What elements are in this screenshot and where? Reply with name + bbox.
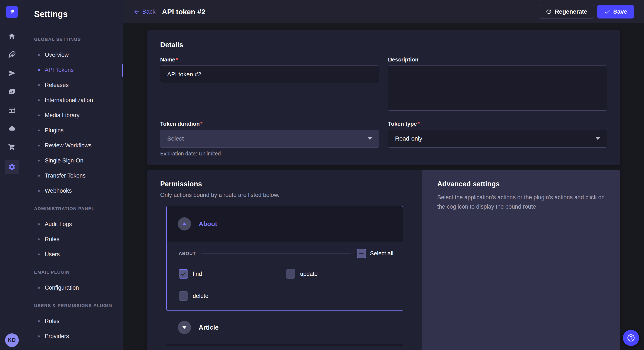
- accordion-about: About ABOUT Select all: [166, 206, 403, 311]
- email-plugin-list: Configuration: [24, 280, 123, 295]
- bullet-icon: [38, 253, 40, 255]
- sidebar-item-media-library[interactable]: Media Library: [24, 108, 123, 123]
- required-asterisk: *: [418, 121, 420, 127]
- group-divider: [202, 253, 352, 254]
- section-label-global-settings: GLOBAL SETTINGS: [24, 36, 123, 42]
- about-group-label: ABOUT: [179, 251, 196, 256]
- bullet-icon: [38, 69, 40, 71]
- bullet-icon: [38, 84, 40, 86]
- token-type-label: Token type*: [388, 121, 607, 127]
- strapi-logo-icon[interactable]: [6, 6, 18, 18]
- section-label-administration-panel: ADMINISTRATION PANEL: [24, 206, 123, 212]
- action-find: find: [179, 269, 286, 279]
- bullet-icon: [38, 145, 40, 147]
- update-label: update: [300, 271, 318, 277]
- about-group-row: ABOUT Select all: [179, 249, 393, 258]
- user-avatar[interactable]: KD: [5, 334, 19, 347]
- section-label-users-permissions-plugin: USERS & PERMISSIONS PLUGIN: [24, 303, 123, 309]
- details-form: Name* Description Token duration* Select: [160, 57, 607, 157]
- bullet-icon: [38, 238, 40, 240]
- sidebar-item-webhooks[interactable]: Webhooks: [24, 183, 123, 198]
- sidebar-item-releases[interactable]: Releases: [24, 78, 123, 93]
- settings-gear-icon[interactable]: [5, 160, 19, 174]
- media-library-icon[interactable]: [6, 86, 18, 98]
- sidebar-item-single-sign-on[interactable]: Single Sign-On: [24, 153, 123, 168]
- save-button[interactable]: Save: [597, 5, 634, 18]
- back-label: Back: [142, 8, 156, 15]
- layout-icon[interactable]: [6, 104, 18, 116]
- check-icon: [180, 271, 186, 277]
- sidebar-item-api-tokens[interactable]: API Tokens: [24, 62, 123, 78]
- advanced-settings-description: Select the application's actions or the …: [437, 193, 606, 211]
- description-textarea[interactable]: [388, 65, 607, 111]
- permissions-title: Permissions: [160, 180, 403, 188]
- global-settings-list: Overview API Tokens Releases Internation…: [24, 47, 123, 198]
- rail-footer: KD: [0, 330, 24, 350]
- sidebar-item-admin-roles[interactable]: Roles: [24, 232, 123, 247]
- expand-toggle-icon[interactable]: [178, 321, 191, 334]
- administration-panel-list: Audit Logs Roles Users: [24, 217, 123, 262]
- name-input[interactable]: [160, 65, 379, 83]
- select-all-checkbox[interactable]: [357, 249, 366, 258]
- bullet-icon: [38, 114, 40, 116]
- topbar-actions: Regenerate Save: [539, 5, 634, 18]
- regenerate-button[interactable]: Regenerate: [539, 5, 594, 18]
- check-icon: [604, 8, 610, 15]
- bullet-icon: [38, 190, 40, 192]
- permissions-advanced-card: Permissions Only actions bound by a rout…: [147, 170, 620, 350]
- main-area: Back API token #2 Regenerate Save Detail…: [123, 0, 644, 350]
- bullet-icon: [38, 54, 40, 56]
- indeterminate-dash-icon: [359, 253, 364, 254]
- accordion-article-title: Article: [199, 324, 218, 331]
- required-asterisk: *: [176, 56, 178, 63]
- sidebar-item-email-configuration[interactable]: Configuration: [24, 280, 123, 295]
- home-icon[interactable]: [6, 30, 18, 42]
- token-duration-value: Select: [167, 135, 184, 142]
- token-type-value: Read-only: [395, 135, 422, 142]
- delete-checkbox[interactable]: [179, 291, 188, 301]
- permissions-subtitle: Only actions bound by a route are listed…: [160, 192, 403, 198]
- required-asterisk: *: [200, 121, 202, 127]
- content-manager-feather-icon[interactable]: [6, 49, 18, 61]
- token-duration-select[interactable]: Select: [160, 130, 379, 148]
- triangle-down-icon: [182, 326, 187, 329]
- settings-sidebar: Settings GLOBAL SETTINGS Overview API To…: [24, 0, 123, 350]
- sidebar-item-internationalization[interactable]: Internationalization: [24, 93, 123, 108]
- about-actions-grid: find update: [179, 269, 393, 301]
- rail-icon-list: [5, 24, 19, 174]
- advanced-settings-title: Advanced settings: [437, 180, 606, 188]
- paper-plane-icon[interactable]: [6, 67, 18, 79]
- help-button[interactable]: [623, 330, 639, 346]
- next-accordion-partial: [166, 344, 403, 346]
- find-checkbox[interactable]: [179, 269, 188, 279]
- accordion-about-header[interactable]: About: [167, 206, 403, 242]
- sidebar-item-transfer-tokens[interactable]: Transfer Tokens: [24, 168, 123, 183]
- token-type-select[interactable]: Read-only: [388, 130, 607, 148]
- details-title: Details: [160, 41, 607, 49]
- name-label: Name*: [160, 57, 379, 62]
- logo-cell: [0, 0, 24, 24]
- sidebar-item-overview[interactable]: Overview: [24, 47, 123, 62]
- sidebar-item-up-providers[interactable]: Providers: [24, 329, 123, 344]
- cloud-icon[interactable]: [6, 123, 18, 135]
- collapse-toggle-icon[interactable]: [178, 217, 191, 230]
- marketplace-cart-icon[interactable]: [6, 141, 18, 153]
- advanced-settings-panel: Advanced settings Select the application…: [422, 170, 620, 350]
- title-divider: [34, 25, 43, 25]
- expiration-hint: Expiration date: Unlimited: [160, 151, 379, 157]
- save-label: Save: [613, 8, 627, 15]
- strapi-logo-glyph: [8, 8, 16, 15]
- update-checkbox[interactable]: [286, 269, 296, 279]
- sidebar-item-admin-users[interactable]: Users: [24, 247, 123, 262]
- sidebar-item-up-roles[interactable]: Roles: [24, 314, 123, 329]
- bullet-icon: [38, 287, 40, 289]
- page-title: API token #2: [162, 8, 205, 16]
- name-field-group: Name*: [160, 57, 379, 111]
- triangle-up-icon: [182, 222, 187, 225]
- details-card: Details Name* Description Token duration…: [147, 30, 620, 165]
- accordion-article-header[interactable]: Article: [166, 311, 403, 344]
- back-button[interactable]: Back: [133, 8, 156, 15]
- sidebar-item-plugins[interactable]: Plugins: [24, 123, 123, 138]
- sidebar-item-audit-logs[interactable]: Audit Logs: [24, 217, 123, 232]
- sidebar-item-review-workflows[interactable]: Review Workflows: [24, 138, 123, 153]
